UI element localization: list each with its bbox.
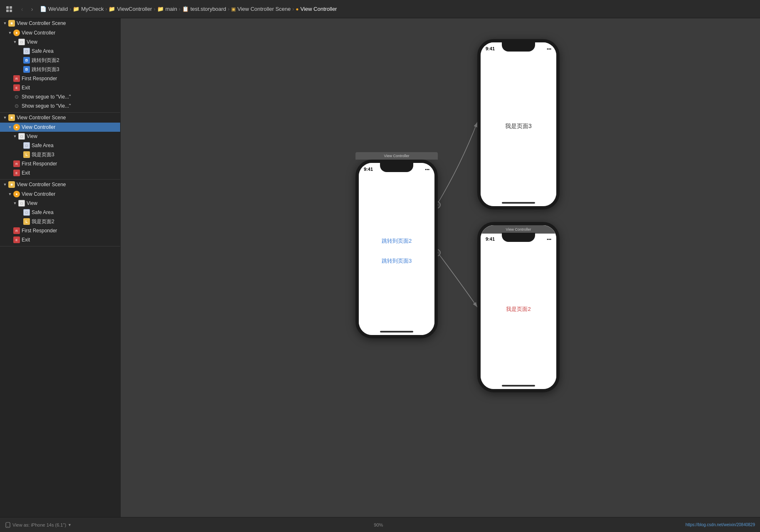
- triangle-view3: [12, 201, 17, 206]
- t-resp3: [7, 228, 12, 233]
- segue2-icon: ⊙: [13, 103, 20, 109]
- resp2-icon: R: [13, 160, 20, 167]
- vc3-item[interactable]: ● View Controller: [0, 190, 120, 199]
- folder-icon3: 📁: [157, 6, 164, 12]
- safe1-item[interactable]: □ Safe Area: [0, 47, 120, 56]
- breadcrumb-wevalid[interactable]: 📄 WeValid: [40, 6, 68, 12]
- t-safe3: [17, 210, 22, 215]
- phone-page3-notch: [502, 42, 535, 52]
- vc-header-main-label: View Controller: [384, 154, 410, 158]
- btn-page2-label: 跳转到页面2: [382, 237, 412, 245]
- phone-page2-inner: View Controller 9:41 ▪▪▪ 我是页面2: [481, 225, 556, 389]
- breadcrumb-viewcontroller[interactable]: 📁 ViewController: [109, 6, 152, 12]
- breadcrumb-storyboard[interactable]: 📋 test.storyboard: [182, 6, 226, 12]
- view3-item[interactable]: □ View: [0, 199, 120, 208]
- scene-icon-s3: ■: [8, 181, 15, 188]
- lbl2-item[interactable]: L 我是页面2: [0, 217, 120, 226]
- exit1-item[interactable]: E Exit: [0, 83, 120, 92]
- tree-section-3: ■ View Controller Scene ● View Controlle…: [0, 180, 120, 246]
- lbl1-icon: L: [23, 151, 30, 158]
- vc1-icon: ●: [13, 30, 20, 36]
- btn2-item[interactable]: B 跳转到页面3: [0, 65, 120, 74]
- exit3-item[interactable]: E Exit: [0, 235, 120, 244]
- lbl1-item[interactable]: L 我是页面3: [0, 150, 120, 159]
- segue1-item[interactable]: ⊙ Show segue to "Vie...": [0, 92, 120, 101]
- vc1-item[interactable]: ● View Controller: [0, 28, 120, 37]
- status-icons-page3: ▪▪▪: [547, 47, 551, 51]
- exit2-icon: E: [13, 170, 20, 176]
- btn1-item[interactable]: B 跳转到页面2: [0, 56, 120, 65]
- scene-icon-s2: ■: [8, 114, 15, 121]
- exit1-icon: E: [13, 84, 20, 91]
- sep6: ›: [292, 6, 294, 12]
- scene-icon: ▣: [231, 6, 236, 12]
- main-area: ■ View Controller Scene ● View Controlle…: [0, 18, 760, 517]
- vc-header-page2: View Controller: [481, 225, 556, 234]
- phone-main-inner: 9:41 ▪▪▪ 跳转到页面2 跳转到页面3: [359, 163, 434, 335]
- t-lbl1: [17, 152, 22, 157]
- t-resp2: [7, 161, 12, 166]
- page3-label: 我是页面3: [505, 123, 532, 130]
- section3-header[interactable]: ■ View Controller Scene: [0, 180, 120, 190]
- chevron-down-icon: ▼: [68, 523, 72, 527]
- sep5: ›: [228, 6, 229, 12]
- phone-main-homebar: [380, 331, 413, 332]
- t-safe1: [17, 49, 22, 54]
- tree-section-2: ■ View Controller Scene ● View Controlle…: [0, 113, 120, 180]
- zoom-control[interactable]: 90%: [374, 522, 383, 527]
- nav-forward-button[interactable]: ›: [27, 5, 37, 14]
- resp3-item[interactable]: R First Responder: [0, 226, 120, 235]
- view1-item[interactable]: □ View: [0, 37, 120, 47]
- safe2-icon: □: [23, 142, 30, 149]
- phone-main-notch: [380, 163, 413, 172]
- phone-page3-content: 我是页面3: [481, 55, 556, 198]
- status-time-page3: 9:41: [486, 46, 495, 51]
- btn2-icon: B: [23, 66, 30, 73]
- status-time-main: 9:41: [364, 167, 373, 172]
- exit2-item[interactable]: E Exit: [0, 168, 120, 177]
- sep1: ›: [69, 6, 71, 12]
- scene-icon-s1: ■: [8, 20, 15, 27]
- phone-main-content: 跳转到页面2 跳转到页面3: [359, 175, 434, 327]
- triangle-view2: [12, 134, 17, 139]
- phone-page2-notch: [502, 233, 535, 242]
- svg-rect-1: [10, 6, 12, 9]
- triangle-s1: [2, 21, 7, 26]
- t-btn1: [17, 58, 22, 63]
- nav-back-button[interactable]: ‹: [17, 5, 27, 14]
- t-exit3: [7, 237, 12, 242]
- triangle-s2: [2, 115, 7, 120]
- storyboard-icon: 📋: [182, 6, 189, 12]
- t-segue2: [7, 103, 12, 108]
- section1-header[interactable]: ■ View Controller Scene: [0, 18, 120, 28]
- breadcrumb-mycheck[interactable]: 📁 MyCheck: [73, 6, 104, 12]
- view2-icon: □: [18, 133, 25, 140]
- device-selector[interactable]: View as: iPhone 14s (6.1") ▼: [5, 522, 72, 528]
- breadcrumb-main[interactable]: 📁 main: [157, 6, 177, 12]
- view2-item[interactable]: □ View: [0, 132, 120, 141]
- safe2-item[interactable]: □ Safe Area: [0, 141, 120, 150]
- sep3: ›: [154, 6, 155, 12]
- grid-icon[interactable]: [3, 3, 15, 15]
- view3-icon: □: [18, 200, 25, 207]
- breadcrumb-scene[interactable]: ▣ View Controller Scene: [231, 6, 291, 12]
- resp2-item[interactable]: R First Responder: [0, 159, 120, 168]
- safe3-item[interactable]: □ Safe Area: [0, 208, 120, 217]
- vc2-icon: ●: [13, 124, 20, 131]
- phone-main: 9:41 ▪▪▪ 跳转到页面2 跳转到页面3: [355, 160, 438, 338]
- breadcrumb: 📄 WeValid › 📁 MyCheck › 📁 ViewController…: [40, 6, 337, 12]
- connector-lines: [121, 18, 760, 517]
- svg-rect-3: [10, 10, 12, 12]
- triangle-vc1: [7, 30, 12, 35]
- vc-header-main: View Controller: [355, 152, 438, 160]
- section2-header[interactable]: ■ View Controller Scene: [0, 113, 120, 123]
- exit3-icon: E: [13, 236, 20, 243]
- segue2-item[interactable]: ⊙ Show segue to "Vie...": [0, 101, 120, 111]
- phone-page3: 9:41 ▪▪▪ 我是页面3: [477, 39, 560, 209]
- resp1-item[interactable]: R First Responder: [0, 74, 120, 83]
- svg-rect-0: [6, 6, 9, 9]
- t-lbl2: [17, 219, 22, 224]
- nav-arrows: ‹ ›: [17, 5, 37, 14]
- breadcrumb-vc[interactable]: ● View Controller: [296, 6, 337, 12]
- vc2-item[interactable]: ● View Controller: [0, 123, 120, 132]
